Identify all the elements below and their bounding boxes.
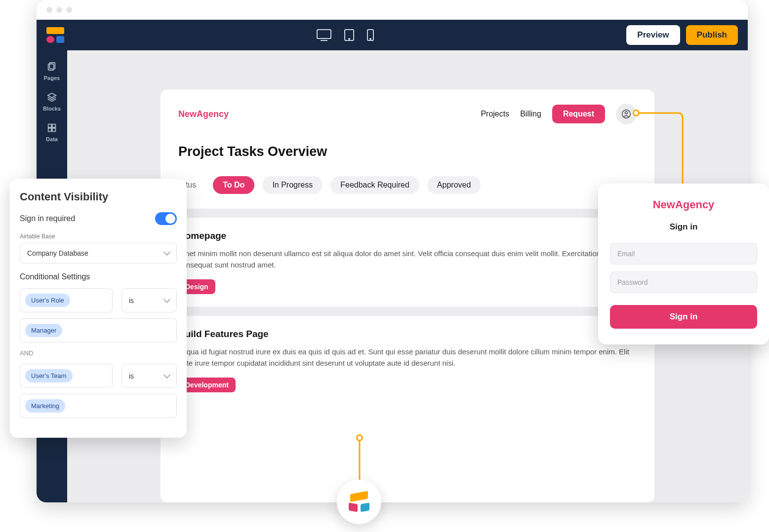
request-button[interactable]: Request <box>552 105 605 123</box>
airtable-base-label: Airtable Base <box>20 233 177 240</box>
tab-feedback[interactable]: Feedback Required <box>330 176 419 194</box>
condition-op-value: is <box>129 297 134 304</box>
svg-rect-9 <box>52 124 55 127</box>
visibility-panel: Content Visibility Sign in required Airt… <box>10 179 187 438</box>
task-title: Homepage <box>178 230 637 241</box>
condition-field[interactable]: User's Role <box>20 288 113 312</box>
task-desc: Aliqua id fugiat nostrud irure ex duis e… <box>178 346 637 369</box>
condition-field-pill: User's Team <box>25 369 73 382</box>
condition-value-pill: Manager <box>25 324 62 337</box>
svg-rect-11 <box>52 128 55 131</box>
rail-item-label: Pages <box>44 75 60 81</box>
nav-projects[interactable]: Projects <box>481 110 509 118</box>
svg-point-3 <box>349 38 350 39</box>
task-card[interactable]: Homepage Amet minim mollit non deserunt … <box>161 218 654 307</box>
condition-field-pill: User's Role <box>25 294 70 307</box>
publish-button[interactable]: Publish <box>686 25 738 45</box>
task-card[interactable]: Build Features Page Aliqua id fugiat nos… <box>161 316 654 405</box>
rail-item-pages[interactable]: Pages <box>44 61 60 81</box>
signin-heading: Sign in <box>610 222 757 232</box>
signin-button[interactable]: Sign in <box>610 305 757 329</box>
preview-card: NewAgency Projects Billing Request Proje… <box>161 90 654 502</box>
condition-field[interactable]: User's Team <box>20 364 113 388</box>
email-field[interactable] <box>610 243 757 265</box>
tablet-icon[interactable] <box>344 29 354 41</box>
signin-brand: NewAgency <box>610 198 757 211</box>
preview-button[interactable]: Preview <box>626 25 680 45</box>
signin-required-label: Sign in required <box>20 214 75 223</box>
chevron-down-icon <box>163 296 170 303</box>
airtable-base-select[interactable]: Company Database <box>20 243 177 264</box>
nav-billing[interactable]: Billing <box>520 110 541 118</box>
svg-rect-0 <box>317 30 331 38</box>
password-field[interactable] <box>610 271 757 293</box>
connector-node <box>356 434 363 441</box>
condition-value[interactable]: Manager <box>20 318 177 342</box>
task-desc: Amet minim mollit non deserunt ullamco e… <box>178 248 637 270</box>
condition-value-pill: Marketing <box>25 399 65 413</box>
svg-rect-10 <box>48 128 51 131</box>
window-dot <box>56 7 62 13</box>
conditional-settings-title: Conditional Settings <box>20 272 177 281</box>
rail-item-data[interactable]: Data <box>46 122 58 142</box>
rail-item-blocks[interactable]: Blocks <box>43 92 61 112</box>
svg-point-13 <box>625 112 628 114</box>
airtable-base-value: Company Database <box>27 249 88 257</box>
svg-rect-8 <box>48 124 51 127</box>
window-dot <box>46 7 52 13</box>
chevron-down-icon <box>163 371 170 378</box>
logo-3d-icon <box>349 493 369 511</box>
svg-point-5 <box>370 38 371 39</box>
agency-brand: NewAgency <box>178 109 229 119</box>
device-switcher <box>317 29 374 41</box>
window-titlebar <box>37 0 748 20</box>
mobile-icon[interactable] <box>367 29 374 41</box>
page-title: Project Tasks Overview <box>161 139 654 176</box>
signin-required-toggle[interactable] <box>155 212 177 225</box>
desktop-icon[interactable] <box>317 29 331 41</box>
tab-approved[interactable]: Approved <box>427 176 481 194</box>
connector-node <box>633 110 640 116</box>
chevron-down-icon <box>163 249 170 256</box>
condition-operator[interactable]: is <box>121 288 177 312</box>
tab-todo[interactable]: To Do <box>213 176 254 194</box>
visibility-title: Content Visibility <box>20 190 177 203</box>
brand-logo <box>46 27 64 43</box>
signin-panel: NewAgency Sign in Sign in <box>598 184 769 344</box>
window-dot <box>66 7 72 13</box>
logo-badge <box>337 480 381 524</box>
status-tabs: atus To Do In Progress Feedback Required… <box>161 176 654 209</box>
condition-value[interactable]: Marketing <box>20 394 177 418</box>
task-tag: Development <box>178 378 236 392</box>
top-bar: Preview Publish <box>37 20 748 50</box>
condition-operator[interactable]: is <box>121 364 177 388</box>
rail-item-label: Data <box>46 136 58 142</box>
task-title: Build Features Page <box>178 329 637 340</box>
tab-in-progress[interactable]: In Progress <box>262 176 323 194</box>
condition-op-value: is <box>129 372 134 380</box>
user-icon <box>621 109 631 119</box>
condition-and-label: AND <box>20 349 177 357</box>
rail-item-label: Blocks <box>43 106 61 112</box>
